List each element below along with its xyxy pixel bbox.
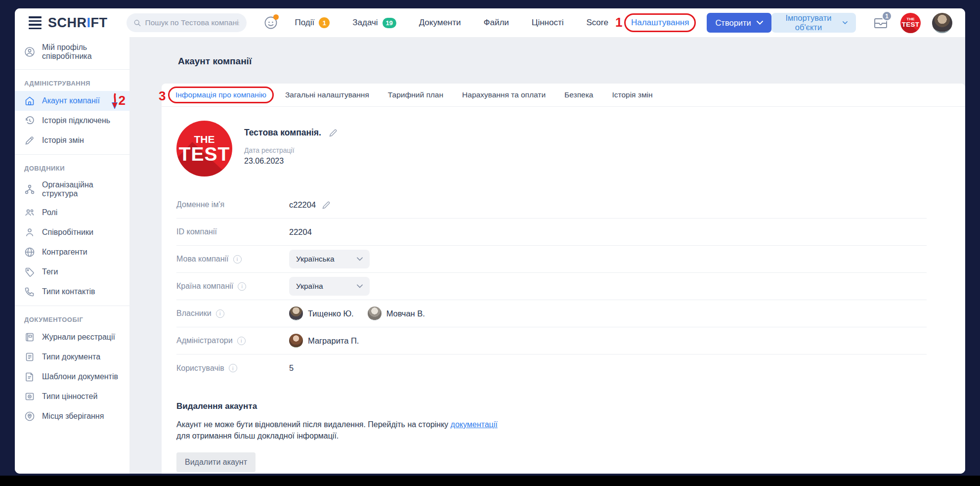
history-icon [24, 115, 35, 126]
sidebar-item-tags[interactable]: Теги [15, 262, 129, 282]
tab-company-info[interactable]: Інформація про компанію 3 [175, 90, 266, 99]
sidebar-item-label: Акаунт компанії [42, 96, 100, 105]
pencil-icon [24, 135, 35, 146]
tab-label: Тарифний план [388, 90, 443, 99]
sidebar-divider [15, 69, 129, 70]
nav-documents[interactable]: Документи [419, 18, 461, 28]
sidebar-item-counterparties[interactable]: Контрагенти [15, 242, 129, 262]
nav-score[interactable]: Score [587, 18, 608, 28]
info-icon[interactable]: i [216, 309, 224, 318]
tab-general-settings[interactable]: Загальні налаштування [285, 90, 369, 99]
sidebar-item-value-types[interactable]: Типи цінностей [15, 387, 129, 406]
select-value: Україна [296, 282, 323, 291]
logo-text-2: FT [91, 15, 108, 30]
tab-label: Історія змін [612, 90, 652, 99]
import-objects-button[interactable]: Імпортувати об'єкти [771, 13, 856, 33]
nav-files[interactable]: Файли [484, 18, 509, 28]
language-select[interactable]: Українська [289, 250, 370, 268]
home-icon [24, 95, 35, 106]
info-icon[interactable]: i [237, 337, 246, 345]
search-input[interactable] [145, 18, 239, 27]
field-label: Адміністратори [176, 336, 233, 345]
documentation-link[interactable]: документації [451, 420, 498, 429]
sidebar-item-label: Мій профіль співробітника [42, 43, 120, 61]
annotation-step-2-num: 2 [119, 93, 126, 108]
app-window: SCHRIFT Події1 Задачі19 Документи Файли … [15, 8, 965, 474]
nav-events[interactable]: Події1 [295, 17, 330, 28]
journal-icon [24, 332, 35, 343]
country-select[interactable]: Україна [289, 277, 370, 296]
tab-change-history[interactable]: Історія змін [612, 90, 652, 99]
field-label: Користувачів [176, 364, 224, 373]
location-pin-icon [24, 411, 35, 422]
archive-box-button[interactable]: 1 [873, 15, 889, 31]
value-type-icon [24, 391, 35, 402]
tab-tariff-plan[interactable]: Тарифний план [388, 90, 443, 99]
create-button[interactable]: Створити [707, 13, 771, 33]
events-badge: 1 [319, 17, 330, 28]
company-logo-large: THE TEST [176, 121, 232, 177]
owner-chip[interactable]: Мовчан В. [368, 307, 425, 320]
org-structure-icon [24, 184, 35, 195]
profile-icon [24, 46, 35, 57]
global-search[interactable] [127, 13, 247, 32]
sidebar-item-storage-locations[interactable]: Місця зберігання [15, 406, 129, 426]
nav-label: Документи [419, 18, 461, 28]
menu-icon[interactable] [29, 16, 42, 29]
sidebar-item-change-history[interactable]: Історія змін [15, 131, 129, 150]
person-name: Тищенко Ю. [308, 309, 354, 318]
tab-charges-payments[interactable]: Нарахування та оплати [462, 90, 546, 99]
archive-badge: 1 [882, 11, 892, 21]
tab-label: Інформація про компанію [175, 90, 266, 99]
admin-chip[interactable]: Маграрита П. [289, 334, 359, 348]
field-row-users-count: Користувачівi 5 [176, 354, 927, 382]
chevron-down-icon [357, 284, 363, 288]
sidebar-item-registration-journals[interactable]: Журнали реєстрації [15, 327, 129, 347]
user-avatar[interactable] [932, 13, 952, 33]
sidebar-item-connection-history[interactable]: Історія підключень [15, 111, 129, 131]
sidebar-item-label: Типи контактів [42, 287, 95, 296]
info-icon[interactable]: i [229, 364, 237, 372]
sidebar-item-label: Організаційна структура [42, 180, 120, 198]
tabs-bar: Інформація про компанію 3 Загальні налаш… [162, 84, 965, 107]
account-fields: Доменне ім'я c22204 ID компанії 22204 Мо… [176, 191, 927, 382]
field-label: Мова компанії [176, 255, 229, 264]
field-value: 5 [289, 363, 294, 373]
sidebar-item-my-profile[interactable]: Мій профіль співробітника [15, 37, 129, 65]
sidebar-item-roles[interactable]: Ролі [15, 203, 129, 222]
sidebar-item-contact-types[interactable]: Типи контактів [15, 282, 129, 302]
sidebar-item-document-types[interactable]: Типи документа [15, 347, 129, 367]
sidebar-item-employees[interactable]: Співробітники [15, 222, 129, 242]
sidebar-section-directories: ДОВІДНИКИ [15, 159, 129, 176]
avatar [368, 307, 382, 320]
sidebar-divider [15, 154, 129, 155]
main-area: Акаунт компанії Інформація про компанію … [129, 37, 965, 474]
company-logo-small[interactable]: THE TEST [900, 13, 921, 33]
delete-account-button[interactable]: Видалити акаунт [176, 452, 256, 472]
document-template-icon [24, 371, 35, 382]
sidebar-item-label: Історія змін [42, 136, 84, 145]
sidebar-item-label: Контрагенти [42, 248, 87, 257]
sidebar-item-org-structure[interactable]: Організаційна структура [15, 176, 129, 203]
sidebar-divider [15, 306, 129, 306]
app-logo[interactable]: SCHRIFT [48, 15, 108, 31]
info-icon[interactable]: i [238, 282, 246, 291]
company-block: THE TEST Тестова компанія. Дата реєстрац… [162, 107, 965, 177]
info-icon[interactable]: i [233, 255, 242, 264]
edit-domain-icon[interactable] [322, 200, 331, 210]
edit-company-name-icon[interactable] [329, 128, 338, 137]
nav-settings[interactable]: Налаштування 1 [631, 18, 689, 28]
chevron-down-icon [843, 21, 848, 25]
field-row-administrators: Адміністраториi Маграрита П. [176, 327, 927, 354]
tab-label: Безпека [564, 90, 593, 99]
nav-values[interactable]: Цінності [532, 18, 564, 28]
delete-text-before: Акаунт не може бути відновлений після ви… [176, 420, 451, 429]
sidebar-item-document-templates[interactable]: Шаблони документів [15, 367, 129, 387]
sidebar-item-company-account[interactable]: Акаунт компанії 2 [15, 91, 129, 111]
support-chat-icon[interactable] [263, 15, 278, 30]
sidebar-item-label: Шаблони документів [42, 372, 118, 381]
tab-security[interactable]: Безпека [564, 90, 593, 99]
owner-chip[interactable]: Тищенко Ю. [289, 307, 354, 320]
field-row-domain: Доменне ім'я c22204 [176, 191, 927, 219]
nav-tasks[interactable]: Задачі19 [352, 18, 396, 28]
